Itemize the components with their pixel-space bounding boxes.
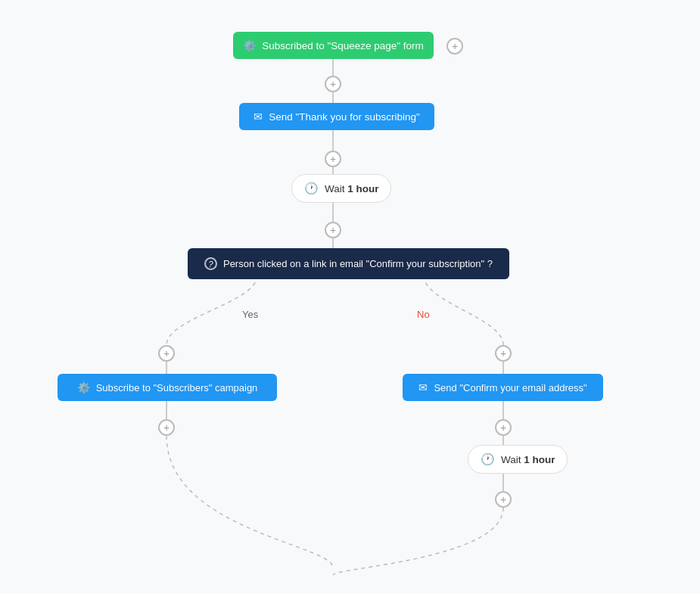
trigger-node[interactable]: ⚙️ Subscribed to "Squeeze page" form (233, 32, 434, 59)
campaign-label: Subscribe to "Subscribers" campaign (96, 382, 258, 393)
yes-label: Yes (242, 309, 258, 320)
add-after-wait1[interactable]: + (325, 222, 341, 238)
clock2-icon: 🕐 (481, 452, 495, 466)
add-after-campaign[interactable]: + (158, 419, 175, 436)
add-after-email1[interactable]: + (325, 151, 341, 167)
condition-label: Person clicked on a link in email "Confi… (223, 258, 493, 269)
wait2-node[interactable]: 🕐 Wait 1 hour (468, 445, 568, 474)
add-after-email-confirm[interactable]: + (495, 419, 512, 436)
trigger-label: Subscribed to "Squeeze page" form (262, 40, 424, 51)
wait1-node[interactable]: 🕐 Wait 1 hour (291, 174, 391, 203)
email1-icon: ✉ (254, 110, 263, 123)
workflow-canvas: ⚙️ Subscribed to "Squeeze page" form + ✉… (0, 0, 700, 594)
campaign-node[interactable]: ⚙️ Subscribe to "Subscribers" campaign (58, 374, 277, 401)
no-label: No (417, 309, 430, 320)
add-after-wait2[interactable]: + (495, 491, 512, 508)
email1-label: Send "Thank you for subscribing" (269, 111, 419, 123)
add-yes-branch[interactable]: + (158, 345, 175, 362)
add-after-trigger[interactable]: + (325, 76, 341, 92)
trigger-icon: ⚙️ (243, 39, 256, 51)
connectors-layer (0, 0, 700, 594)
email-confirm-label: Send "Confirm your email address" (434, 382, 586, 393)
wait2-text: Wait 1 hour (501, 454, 555, 465)
email-confirm-node[interactable]: ✉ Send "Confirm your email address" (403, 374, 603, 401)
add-no-branch[interactable]: + (495, 345, 512, 362)
add-parallel-trigger[interactable]: + (446, 38, 463, 54)
clock1-icon: 🕐 (304, 182, 319, 195)
email-confirm-icon: ✉ (418, 381, 428, 393)
condition-icon: ? (204, 257, 217, 270)
campaign-icon: ⚙️ (77, 381, 90, 393)
email1-node[interactable]: ✉ Send "Thank you for subscribing" (239, 103, 434, 130)
wait1-text: Wait 1 hour (325, 183, 379, 194)
condition-node[interactable]: ? Person clicked on a link in email "Con… (188, 248, 509, 279)
